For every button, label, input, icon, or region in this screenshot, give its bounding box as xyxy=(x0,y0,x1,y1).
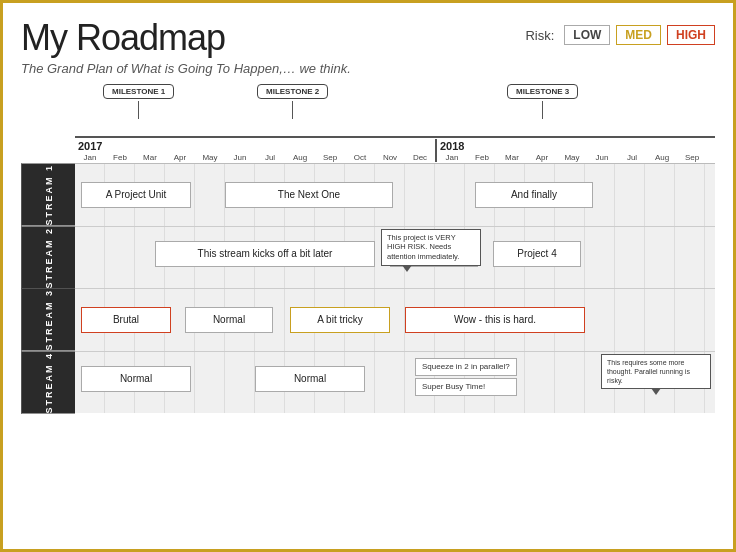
stream3-bar2: Normal xyxy=(185,307,273,333)
milestone-2: MILESTONE 2 xyxy=(257,84,328,119)
stream2-bar3: Project 4 xyxy=(493,241,581,267)
month-jun18: Jun xyxy=(587,153,617,162)
stream-3-content: Brutal Normal A bit tricky Wow - this is… xyxy=(75,289,715,351)
stream-4-row: STREAM 4 This requires some more thought… xyxy=(21,352,715,414)
month-jan18: Jan xyxy=(437,153,467,162)
page-subtitle: The Grand Plan of What is Going To Happe… xyxy=(21,61,351,76)
stream4-stacked: Squeeze in 2 in parallel? Super Busy Tim… xyxy=(415,358,517,396)
stream4-callout: This requires some more thought. Paralle… xyxy=(601,354,711,389)
stream2-bar1: This stream kicks off a bit later xyxy=(155,241,375,267)
stream3-bar4: Wow - this is hard. xyxy=(405,307,585,333)
stream1-bar3: And finally xyxy=(475,182,593,208)
stream-2-row: STREAM 2 This project is VERY HIGH RISK.… xyxy=(21,227,715,290)
axis-row: 2017 Jan Feb Mar Apr May Jun Jul Aug Sep… xyxy=(75,136,715,164)
stream-4-content: This requires some more thought. Paralle… xyxy=(75,352,715,414)
project3-callout: This project is VERY HIGH RISK. Needs at… xyxy=(381,229,481,266)
year-2017: 2017 xyxy=(75,139,435,153)
stream3-bar1: Brutal xyxy=(81,307,171,333)
page-title: My Roadmap xyxy=(21,17,351,59)
milestone-2-line xyxy=(292,101,293,119)
timeline-section: MILESTONE 1 MILESTONE 2 MILESTONE 3 2017… xyxy=(21,84,715,164)
milestone-2-label: MILESTONE 2 xyxy=(257,84,328,99)
month-may17: May xyxy=(195,153,225,162)
month-sep17: Sep xyxy=(315,153,345,162)
stream3-bar3: A bit tricky xyxy=(290,307,390,333)
month-may18: May xyxy=(557,153,587,162)
risk-low: LOW xyxy=(564,25,610,45)
month-nov17: Nov xyxy=(375,153,405,162)
stream-2-content: This project is VERY HIGH RISK. Needs at… xyxy=(75,227,715,289)
milestone-1-label: MILESTONE 1 xyxy=(103,84,174,99)
milestone-1: MILESTONE 1 xyxy=(103,84,174,119)
stream4-bar2: Normal xyxy=(255,366,365,392)
month-mar17: Mar xyxy=(135,153,165,162)
milestone-3-line xyxy=(542,101,543,119)
stream-1-content: A Project Unit The Next One And finally xyxy=(75,164,715,226)
milestone-1-line xyxy=(138,101,139,119)
month-feb18: Feb xyxy=(467,153,497,162)
month-oct17: Oct xyxy=(345,153,375,162)
month-aug18: Aug xyxy=(647,153,677,162)
month-dec17: Dec xyxy=(405,153,435,162)
stream-1-label: STREAM 1 xyxy=(21,164,75,226)
month-aug17: Aug xyxy=(285,153,315,162)
risk-high: HIGH xyxy=(667,25,715,45)
milestones-row: MILESTONE 1 MILESTONE 2 MILESTONE 3 xyxy=(75,84,715,136)
streams-container: STREAM 1 A Project Unit The Next One And… xyxy=(21,164,715,413)
stream-3-label: STREAM 3 xyxy=(21,289,75,351)
milestone-3-label: MILESTONE 3 xyxy=(507,84,578,99)
risk-med: MED xyxy=(616,25,661,45)
stream4-mini2: Super Busy Time! xyxy=(415,378,517,396)
stream-2-label: STREAM 2 xyxy=(21,227,75,289)
stream-1-row: STREAM 1 A Project Unit The Next One And… xyxy=(21,164,715,227)
month-jan17: Jan xyxy=(75,153,105,162)
month-feb17: Feb xyxy=(105,153,135,162)
month-jul17: Jul xyxy=(255,153,285,162)
risk-label: Risk: xyxy=(525,28,554,43)
month-apr18: Apr xyxy=(527,153,557,162)
stream1-bar1: A Project Unit xyxy=(81,182,191,208)
stream-3-row: STREAM 3 Brutal Normal A bit tricky Wow … xyxy=(21,289,715,352)
stream4-bar1: Normal xyxy=(81,366,191,392)
year-2018: 2018 xyxy=(437,139,707,153)
stream4-mini1: Squeeze in 2 in parallel? xyxy=(415,358,517,376)
month-jul18: Jul xyxy=(617,153,647,162)
header: My Roadmap The Grand Plan of What is Goi… xyxy=(21,17,715,76)
milestone-3: MILESTONE 3 xyxy=(507,84,578,119)
month-mar18: Mar xyxy=(497,153,527,162)
risk-legend: Risk: LOW MED HIGH xyxy=(525,25,715,45)
stream1-bar2: The Next One xyxy=(225,182,393,208)
month-sep18: Sep xyxy=(677,153,707,162)
month-jun17: Jun xyxy=(225,153,255,162)
month-apr17: Apr xyxy=(165,153,195,162)
stream-4-label: STREAM 4 xyxy=(21,352,75,414)
